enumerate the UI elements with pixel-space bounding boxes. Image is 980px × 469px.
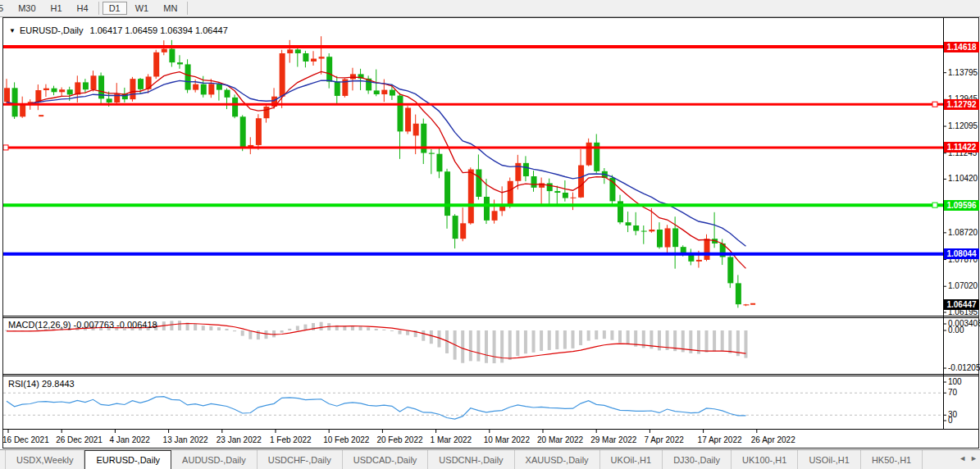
date-tick-label: 10 Feb 2022 [323, 435, 369, 444]
tab-eurusd-daily[interactable]: EURUSD-,Daily [84, 450, 171, 469]
tab-uk100-h1[interactable]: UK100-,H1 [732, 450, 798, 469]
tab-scroll-left-icon[interactable]: ◄ [959, 454, 966, 462]
macd-values: -0.007763 -0.006418 [73, 320, 157, 330]
date-tick-label: 26 Dec 2021 [56, 435, 103, 444]
rsi-name: RSI(14) [8, 379, 39, 389]
chart-canvas[interactable] [0, 0, 980, 469]
symbol-tabbar: USDX,WeeklyEURUSD-,DailyAUDUSD-,DailyUSD… [0, 449, 980, 469]
date-tick-label: 4 Jan 2022 [109, 435, 150, 444]
macd-label: MACD(12,26,9) -0.007763 -0.006418 [8, 320, 157, 330]
rsi-value: 29.8443 [42, 379, 75, 389]
price-tick: 1.12095 [948, 121, 978, 131]
date-tick-label: 13 Jan 2022 [163, 435, 208, 444]
price-tick: 1.13795 [948, 68, 978, 78]
price-tick: 1.07020 [948, 281, 978, 291]
date-tick-label: 29 Mar 2022 [590, 435, 636, 444]
macd-name: MACD(12,26,9) [8, 320, 71, 330]
tab-hk50-h1[interactable]: HK50-,H1 [861, 450, 923, 469]
tab-scroll-right-icon[interactable]: ► [970, 454, 978, 462]
price-level-badge: 1.14618 [944, 42, 979, 52]
chart-title: ▼EURUSD-,Daily1.06417 1.06459 1.06394 1.… [9, 25, 228, 35]
price-level-badge: 1.11422 [944, 142, 979, 153]
date-tick-label: 20 Feb 2022 [376, 435, 422, 444]
rsi-label: RSI(14) 29.8443 [8, 379, 75, 389]
price-level-badge: 1.08044 [944, 248, 979, 259]
date-tick-label: 7 Apr 2022 [644, 435, 683, 444]
macd-axis-tick: -0.012058 [948, 363, 980, 373]
tab-dj30-daily[interactable]: DJ30-,Daily [663, 450, 732, 469]
date-tick-label: 23 Jan 2022 [217, 435, 262, 444]
price-level-badge: 1.09596 [944, 200, 979, 211]
tab-usoil-h1[interactable]: USOil-,H1 [798, 450, 861, 469]
tab-xauusd-daily[interactable]: XAUUSD-,Daily [515, 450, 600, 469]
price-tick: 1.10420 [948, 174, 978, 184]
date-tick-label: 17 Apr 2022 [698, 435, 742, 444]
rsi-axis-tick: 100 [948, 377, 962, 387]
date-tick-label: 16 Dec 2021 [2, 435, 49, 444]
date-tick-label: 26 Apr 2022 [751, 435, 795, 444]
tab-scroll-arrows: ◄► [955, 454, 978, 462]
chart-quote-ohlc: 1.06417 1.06459 1.06394 1.06447 [90, 25, 228, 35]
trading-terminal-window: 5M30H1H4D1W1MN ▼EURUSD-,Daily1.06417 1.0… [0, 0, 980, 469]
date-tick-label: 1 Feb 2022 [270, 435, 312, 444]
price-level-badge: 1.06447 [944, 299, 979, 310]
chart-title-symbol: EURUSD-,Daily [20, 25, 84, 35]
symbol-dropdown-icon[interactable]: ▼ [9, 27, 16, 34]
tab-usdx-weekly[interactable]: USDX,Weekly [5, 450, 84, 469]
date-tick-label: 1 Mar 2022 [431, 435, 472, 444]
rsi-axis-tick: 0 [948, 416, 953, 426]
tab-usdchf-daily[interactable]: USDCHF-,Daily [258, 450, 343, 469]
tab-usdcnh-daily[interactable]: USDCNH-,Daily [428, 450, 514, 469]
price-level-badge: 1.12792 [944, 99, 979, 110]
date-tick-label: 10 Mar 2022 [484, 435, 530, 444]
tab-audusd-daily[interactable]: AUDUSD-,Daily [171, 450, 258, 469]
date-tick-label: 20 Mar 2022 [537, 435, 583, 444]
tab-usdcad-daily[interactable]: USDCAD-,Daily [343, 450, 429, 469]
rsi-axis-tick: 70 [948, 388, 957, 398]
tab-ukoil-h1[interactable]: UKOil-,H1 [600, 450, 663, 469]
price-tick: 1.08720 [948, 228, 978, 238]
macd-axis-tick: 0.00 [948, 326, 964, 335]
